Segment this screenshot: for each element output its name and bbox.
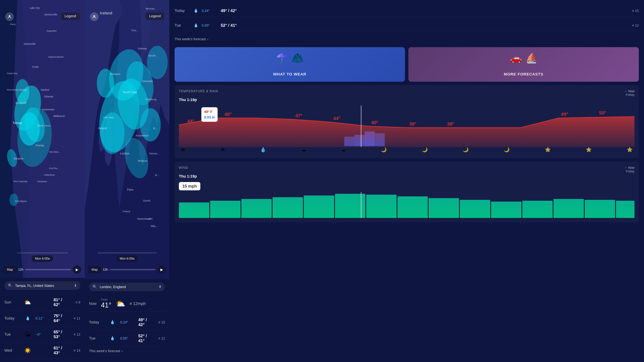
florida-icon-wed: ☀️ [22,347,33,354]
more-forecasts-card[interactable]: 🚗 ⛵ MORE FORECASTS [408,47,639,82]
london-play-button[interactable]: ▶ [157,265,166,274]
wind-chart-section: WIND ← Now Friday Thu 1:19p 15 mph [174,162,639,222]
florida-location-icon[interactable]: ⬆ [74,283,77,288]
london-search-input[interactable] [100,285,156,289]
right-this-week-link[interactable]: This week's forecast › [174,34,639,44]
svg-text:38°: 38° [447,121,454,127]
florida-icon-tue: 🌤 [22,331,33,338]
florida-search-row[interactable]: 🔍 ⬆ [4,281,80,290]
svg-rect-49 [585,200,615,218]
svg-rect-39 [272,197,303,218]
umbrella-icon: ☂️ [276,52,288,64]
florida-timeline-label: 12h [18,268,23,272]
temp-chart-svg: 44° 49° 47° 44° 40° 38° 38° 49° 50° [179,105,634,147]
florida-temp-wed: 61° / 43° [54,346,66,355]
more-forecasts-icons: 🚗 ⛵ [510,52,538,64]
svg-rect-47 [522,201,553,218]
svg-text:40°: 40° [371,120,378,125]
temp-rain-chart-section: TEMPERATURE & RAIN ← Now Friday Thu 1:19… [174,85,639,158]
florida-play-button[interactable]: ▶ [72,265,81,274]
wind-chart-container [179,192,634,218]
florida-forecast-row-wed: Wed ☀️ 61° / 43° ≡ 14 [4,343,80,359]
florida-map-button[interactable]: Map [4,266,16,273]
florida-wind-wed: ≡ 14 [68,349,80,353]
london-timeline-bar[interactable] [110,269,156,270]
svg-text:49°: 49° [561,112,568,117]
florida-forecast-row-today: Today 💧 0.11" 75° / 64° ≡ 11 [4,310,80,327]
jacket-icon: 🧥 [292,52,304,64]
right-wind-tue: ≡ 12 [632,23,639,27]
svg-point-20 [147,46,168,79]
svg-rect-36 [179,202,209,218]
florida-user-icon[interactable] [5,12,14,21]
florida-legend-button[interactable]: Legend [61,12,80,20]
right-temp-today: 49° / 42° [221,8,628,13]
london-wind-tue: ≡ 12 [153,337,165,341]
cond-icon-8: 🌙 [463,147,469,152]
wind-chart-header: WIND ← Now [179,166,634,170]
svg-text:49°: 49° [224,112,232,117]
florida-icon-today: 💧 [22,316,33,321]
florida-map-panel: Lake City Jacksonville Perry Augustine G… [0,0,85,362]
temp-rain-now-label[interactable]: ← Now [624,89,634,93]
svg-text:44°: 44° [187,118,194,124]
wind-now-label[interactable]: ← Now [624,166,634,170]
florida-day-today: Today [4,316,20,321]
right-day-today: Today [174,8,190,13]
wind-title: WIND [179,166,188,170]
london-this-week-link[interactable]: This week's forecast › [89,347,165,356]
wind-tooltip: 15 mph [179,182,200,190]
london-forecast-today: Today 💧 0.24" 49° / 42° ≡ 15 [89,314,165,330]
right-icon-tue: 💧 [194,23,198,28]
london-timeline-label: 12h [103,268,108,272]
london-temp-tue: 52° / 41° [138,334,150,343]
right-panel: Today 💧 0.24" 49° / 42° ≡ 15 Tue 💧 0.05"… [170,0,644,362]
svg-text:47°: 47° [296,113,302,118]
florida-temp-tue: 65° / 53° [54,330,66,339]
london-map-button[interactable]: Map [88,266,101,273]
london-map-controls: Map 12h ▶ [85,265,170,274]
temp-rain-title: TEMPERATURE & RAIN [179,89,218,93]
what-to-wear-card[interactable]: ☂️ 🧥 WHAT TO WEAR [174,47,405,82]
london-feels-label: Feels [101,298,112,301]
london-chevron-icon: › [122,349,123,353]
svg-rect-46 [491,202,522,218]
cond-icon-7: 🌙 [422,147,428,152]
florida-temp-sun: 81° / 62° [54,297,66,307]
london-search-area: 🔍 ⬆ Now Feels 41° ⛅ ≡ 12mph Today 💧 0.24… [85,279,170,362]
florida-day-sun: Sun [4,300,20,305]
london-user-icon[interactable] [90,12,98,21]
london-location-icon[interactable]: ⬆ [158,285,162,289]
london-icon-tue: 💧 [107,336,118,341]
florida-time-badge: Mon 6:00a [32,255,53,262]
london-forecast-tue: Tue 💧 0.05" 52° / 41° ≡ 12 [89,330,165,347]
florida-map-controls: Map 12h ▶ [0,265,85,274]
london-day-today: Today [89,320,104,325]
london-precip-today: 0.24" [120,320,136,324]
cond-icon-9: 🌙 [504,147,510,152]
london-now-panel: Now Feels 41° ⛅ ≡ 12mph [89,296,165,312]
right-day-tue: Tue [174,23,190,28]
florida-wind-tue: ≡ 12 [68,333,80,337]
florida-search-icon: 🔍 [8,283,12,288]
svg-rect-48 [554,199,584,218]
london-search-icon: 🔍 [92,285,97,289]
svg-text:50°: 50° [599,110,606,115]
london-icon-today: 💧 [107,320,118,325]
temp-rain-timestamp: Thu 1:19p [179,98,634,102]
florida-divider [17,253,68,253]
svg-rect-40 [304,196,334,218]
cond-icon-3: 💧 [260,147,266,152]
temp-tooltip: 49° F 0.03 in [201,107,218,122]
florida-timeline-bar[interactable] [25,269,71,270]
florida-search-input[interactable] [15,284,71,288]
cond-icon-1: 🌧 [180,147,186,152]
london-day-tue: Tue [89,336,104,341]
cond-icon-2: 🌧 [220,147,225,152]
right-wind-today: ≡ 15 [632,9,639,13]
london-search-row[interactable]: 🔍 ⬆ [89,283,165,291]
london-legend-button[interactable]: Legend [146,12,164,20]
svg-point-9 [9,15,10,17]
wind-nav: ← Now [624,166,634,170]
london-time-badge: Mon 6:00a [116,255,138,262]
